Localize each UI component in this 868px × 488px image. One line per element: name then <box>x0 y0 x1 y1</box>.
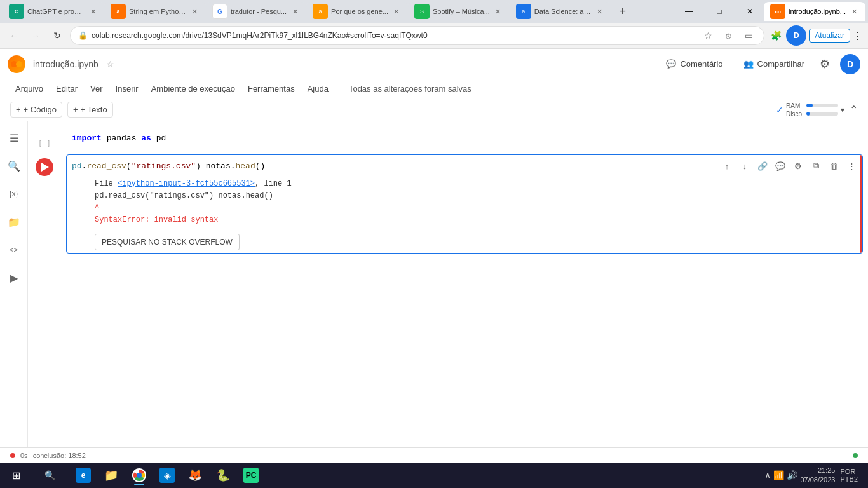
tab-close-ds[interactable]: ✕ <box>595 6 605 17</box>
sidebar-toggle-icon[interactable]: ▭ <box>741 28 756 43</box>
star-icon[interactable]: ☆ <box>106 59 114 69</box>
menu-ajuda[interactable]: Ajuda <box>302 83 334 95</box>
tab-close-spotify[interactable]: ✕ <box>493 6 503 17</box>
move-down-button[interactable]: ↓ <box>736 158 753 174</box>
colab-logo <box>8 55 25 73</box>
cell-1-run-idle[interactable]: [ ] <box>36 134 53 152</box>
syntax-error-line: SyntaxError: invalid syntax <box>95 214 857 226</box>
address-icons: ☆ ⎋ ▭ <box>700 28 756 43</box>
menu-ferramentas[interactable]: Ferramentas <box>243 83 300 95</box>
tab-close-chatgpt[interactable]: ✕ <box>88 6 98 17</box>
svg-point-1 <box>16 61 22 67</box>
add-code-button[interactable]: + + Código <box>10 102 62 118</box>
tray-wifi-icon[interactable]: 📶 <box>773 470 784 480</box>
browser-menu-button[interactable]: ⋮ <box>853 30 863 42</box>
cell-2-run-button[interactable] <box>36 158 53 176</box>
comment-button[interactable]: 💬 Comentário <box>661 57 728 71</box>
tray-time[interactable]: 21:25 07/08/2023 <box>800 466 835 485</box>
taskbar-file-explorer[interactable]: 📁 <box>98 464 125 487</box>
tab-close-tradutor[interactable]: ✕ <box>290 6 300 17</box>
tab-spotify[interactable]: S Spotify – Música... ✕ <box>408 2 510 21</box>
cell-settings-button[interactable]: ⚙ <box>790 158 806 174</box>
extensions-icon[interactable]: 🧩 <box>768 28 783 43</box>
main-layout: ☰ 🔍 {x} 📁 <> ▶ [ ] import pandas <box>0 121 868 488</box>
address-box[interactable]: 🔒 colab.research.google.com/drive/13SdVP… <box>70 26 764 45</box>
notebook-area: [ ] import pandas as pd <box>28 121 868 488</box>
add-comment-button[interactable]: 💬 <box>772 158 789 174</box>
move-up-button[interactable]: ↑ <box>719 158 735 174</box>
more-options-button[interactable]: ⋮ <box>843 158 860 174</box>
tab-introdução[interactable]: co introdução.ipynb... ✕ <box>764 2 865 21</box>
settings-button[interactable]: ⚙ <box>820 57 830 71</box>
bookmark-icon[interactable]: ☆ <box>700 28 715 43</box>
cell-2-gutter <box>28 154 66 254</box>
taskbar-edge[interactable]: e <box>70 464 97 487</box>
cell-1-content[interactable]: import pandas as pd <box>66 129 868 152</box>
tab-ds[interactable]: a Data Science: an... ✕ <box>510 2 611 21</box>
taskbar-firefox[interactable]: 🦊 <box>182 464 208 487</box>
collapse-button[interactable]: ⌃ <box>850 104 858 116</box>
taskbar-search[interactable]: 🔍 <box>31 464 69 487</box>
minimize-button[interactable]: — <box>675 0 703 23</box>
cell-2-content[interactable]: ↑ ↓ 🔗 💬 ⚙ ⧉ 🗑 ⋮ pd.read_csv("ratings.csv… <box>66 154 863 254</box>
share-icon: 👥 <box>743 59 754 69</box>
vscode-icon: ◈ <box>159 468 175 483</box>
firefox-icon: 🦊 <box>187 468 203 483</box>
refresh-button[interactable]: ↻ <box>48 27 66 44</box>
tab-chatgpt[interactable]: C ChatGPT e progr... ✕ <box>3 2 104 21</box>
output-area: File <ipython-input-3-fcf55c665531>, lin… <box>95 175 857 251</box>
header-actions: 💬 Comentário 👥 Compartilhar ⚙ D <box>661 54 860 74</box>
sidebar-code-icon[interactable]: <> <box>3 238 25 261</box>
taskbar-pycharm[interactable]: PC <box>238 464 264 487</box>
browser-user-avatar[interactable]: D <box>786 25 806 46</box>
menu-ambiente[interactable]: Ambiente de execução <box>146 83 240 95</box>
back-button[interactable]: ← <box>5 27 23 44</box>
tab-favicon-ds: a <box>516 4 531 19</box>
tray-expand-icon[interactable]: ∧ <box>764 470 771 480</box>
tab-tradutor[interactable]: G tradutor - Pesqu... ✕ <box>206 2 306 21</box>
update-button[interactable]: Atualizar <box>809 29 850 43</box>
cell-actions: ↑ ↓ 🔗 💬 ⚙ ⧉ 🗑 ⋮ <box>719 158 860 174</box>
taskbar-chrome[interactable] <box>126 464 153 487</box>
copy-cell-button[interactable]: ⧉ <box>808 158 824 174</box>
share-address-icon[interactable]: ⎋ <box>721 28 736 43</box>
sidebar-terminal-icon[interactable]: ▶ <box>3 266 25 289</box>
sidebar-files-icon[interactable]: 📁 <box>3 210 25 233</box>
copy-link-button[interactable]: 🔗 <box>754 158 771 174</box>
new-tab-button[interactable]: + <box>614 3 632 20</box>
share-button[interactable]: 👥 Compartilhar <box>738 57 810 71</box>
head-func: head <box>236 161 255 171</box>
tab-amazon[interactable]: a Por que os gene... ✕ <box>306 2 408 21</box>
taskbar-python[interactable]: 🐍 <box>210 464 236 487</box>
forward-button[interactable]: → <box>27 27 44 44</box>
menu-arquivo[interactable]: Arquivo <box>10 83 48 95</box>
tab-close-amazon[interactable]: ✕ <box>391 6 402 17</box>
tab-string[interactable]: a String em Python... ✕ <box>104 2 206 21</box>
ram-dropdown-arrow[interactable]: ▾ <box>841 105 844 114</box>
disk-label: Disco <box>786 111 804 118</box>
tab-close-intro[interactable]: ✕ <box>849 6 859 17</box>
tab-close-string[interactable]: ✕ <box>189 6 200 17</box>
sidebar-search-icon[interactable]: 🔍 <box>3 154 25 177</box>
menu-inserir[interactable]: Inserir <box>111 83 144 95</box>
taskbar-windows-button[interactable]: ⊞ <box>3 464 29 487</box>
close-button[interactable]: ✕ <box>736 0 764 23</box>
menu-editar[interactable]: Editar <box>51 83 83 95</box>
tab-favicon-chatgpt: C <box>9 4 24 19</box>
file-link[interactable]: <ipython-input-3-fcf55c665531> <box>118 179 255 188</box>
error-block: File <ipython-input-3-fcf55c665531>, lin… <box>95 175 857 229</box>
taskbar-vscode[interactable]: ◈ <box>154 464 180 487</box>
add-text-button[interactable]: + + Texto <box>67 102 113 118</box>
tray-sound-icon[interactable]: 🔊 <box>787 470 797 480</box>
sidebar-toc-icon[interactable]: ☰ <box>3 126 25 149</box>
browser-chrome: co introdução.ipynb... ✕ C ChatGPT e pro… <box>0 0 868 49</box>
stack-overflow-button[interactable]: PESQUISAR NO STACK OVERFLOW <box>95 234 240 250</box>
menu-ver[interactable]: Ver <box>85 83 108 95</box>
sidebar-variables-icon[interactable]: {x} <box>3 182 25 205</box>
colab-user-avatar[interactable]: D <box>840 54 860 74</box>
status-green-dot <box>853 453 858 458</box>
plus-code-icon: + <box>16 105 21 114</box>
delete-cell-button[interactable]: 🗑 <box>825 158 842 174</box>
colab-logo-icon <box>8 55 25 73</box>
maximize-button[interactable]: □ <box>705 0 733 23</box>
